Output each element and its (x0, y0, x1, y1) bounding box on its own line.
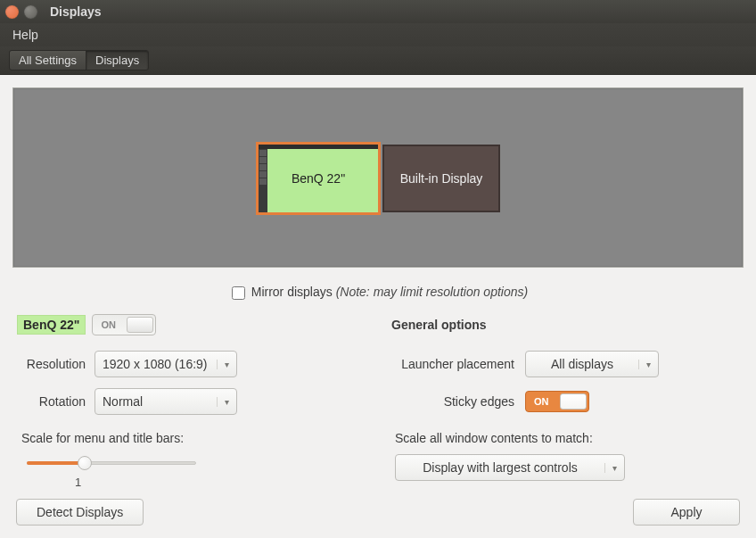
chevron-down-icon: ▾ (604, 463, 617, 473)
launcher-placement-combo[interactable]: All displays ▾ (525, 351, 659, 377)
display-arrangement-area[interactable]: BenQ 22" Built-in Display (12, 87, 744, 268)
breadcrumb-displays[interactable]: Displays (86, 50, 149, 70)
scale-label: Scale for menu and title bars: (21, 431, 361, 445)
close-icon[interactable] (5, 5, 19, 19)
mirror-displays-row: Mirror displays (Note: may limit resolut… (0, 280, 756, 311)
launcher-placement-label: Launcher placement (391, 357, 525, 371)
launcher-placement-value: All displays (533, 357, 638, 371)
selected-display-name: BenQ 22" (18, 316, 85, 334)
scale-value: 1 (75, 476, 361, 489)
resolution-combo[interactable]: 1920 x 1080 (16:9) ▾ (94, 351, 237, 377)
resolution-label: Resolution (18, 357, 94, 371)
toggle-knob-icon (560, 393, 587, 410)
general-options-heading: General options (391, 318, 487, 332)
monitor-builtin-label: Built-in Display (400, 171, 483, 186)
mirror-displays-label: Mirror displays (251, 285, 333, 299)
chevron-down-icon: ▾ (217, 397, 229, 407)
monitor-panel-icon (259, 145, 378, 149)
sticky-edges-label: Sticky edges (391, 394, 525, 409)
mirror-displays-note: (Note: may limit resolution options) (336, 285, 529, 299)
window-title: Displays (50, 4, 102, 19)
mirror-displays-checkbox[interactable] (232, 286, 245, 300)
monitor-launcher-icon (259, 149, 267, 212)
window-titlebar: Displays (0, 0, 756, 23)
monitor-benq-label: BenQ 22" (292, 171, 345, 186)
monitor-builtin[interactable]: Built-in Display (382, 145, 500, 212)
minimize-icon[interactable] (24, 5, 37, 19)
sticky-edges-value: ON (534, 396, 549, 407)
rotation-value: Normal (103, 394, 217, 409)
scale-all-value: Display with largest controls (403, 460, 604, 475)
rotation-label: Rotation (18, 394, 94, 409)
resolution-value: 1920 x 1080 (16:9) (103, 357, 217, 371)
breadcrumb: All Settings Displays (0, 46, 756, 75)
menu-help[interactable]: Help (7, 25, 44, 45)
breadcrumb-all-settings[interactable]: All Settings (9, 50, 86, 70)
apply-button[interactable]: Apply (633, 499, 740, 526)
scale-all-label: Scale all window contents to match: (395, 431, 735, 445)
menu-bar: Help (0, 23, 756, 46)
sticky-edges-toggle[interactable]: ON (525, 391, 589, 412)
chevron-down-icon: ▾ (217, 360, 229, 369)
detect-displays-button[interactable]: Detect Displays (16, 499, 144, 526)
rotation-combo[interactable]: Normal ▾ (94, 388, 237, 415)
slider-thumb-icon[interactable] (78, 456, 92, 470)
display-power-label: ON (101, 319, 116, 330)
monitor-benq[interactable]: BenQ 22" (256, 142, 381, 215)
display-power-toggle[interactable]: ON (92, 314, 156, 335)
toggle-knob-icon (127, 317, 153, 333)
scale-all-combo[interactable]: Display with largest controls ▾ (395, 454, 625, 481)
chevron-down-icon: ▾ (638, 360, 651, 369)
slider-fill (27, 461, 81, 465)
scale-slider[interactable] (27, 454, 196, 472)
